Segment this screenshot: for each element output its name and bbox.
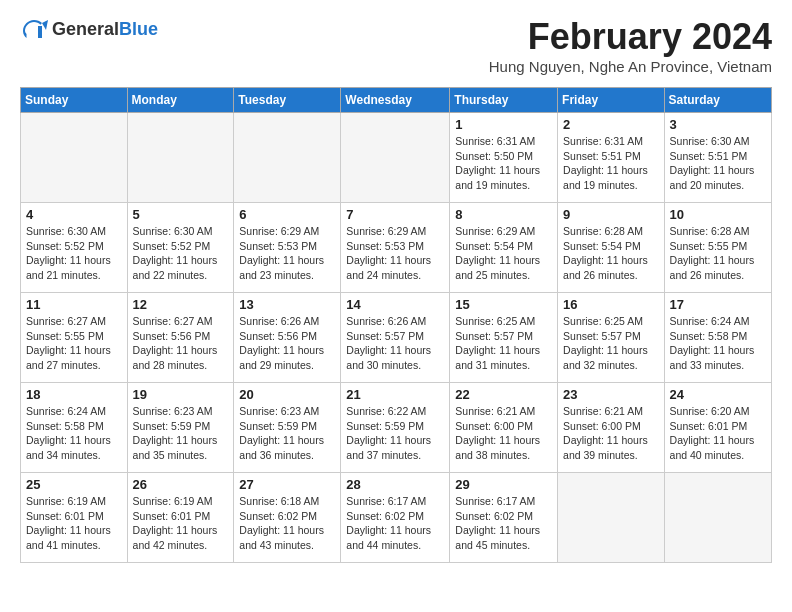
calendar-cell xyxy=(664,473,771,563)
calendar-cell xyxy=(127,113,234,203)
calendar-cell: 29Sunrise: 6:17 AM Sunset: 6:02 PM Dayli… xyxy=(450,473,558,563)
day-number: 12 xyxy=(133,297,229,312)
calendar-cell: 15Sunrise: 6:25 AM Sunset: 5:57 PM Dayli… xyxy=(450,293,558,383)
day-number: 4 xyxy=(26,207,122,222)
calendar-cell: 5Sunrise: 6:30 AM Sunset: 5:52 PM Daylig… xyxy=(127,203,234,293)
day-number: 29 xyxy=(455,477,552,492)
day-info: Sunrise: 6:25 AM Sunset: 5:57 PM Dayligh… xyxy=(563,314,659,373)
calendar-cell: 8Sunrise: 6:29 AM Sunset: 5:54 PM Daylig… xyxy=(450,203,558,293)
day-number: 11 xyxy=(26,297,122,312)
calendar-cell: 4Sunrise: 6:30 AM Sunset: 5:52 PM Daylig… xyxy=(21,203,128,293)
day-info: Sunrise: 6:31 AM Sunset: 5:50 PM Dayligh… xyxy=(455,134,552,193)
calendar-week-5: 25Sunrise: 6:19 AM Sunset: 6:01 PM Dayli… xyxy=(21,473,772,563)
calendar-week-3: 11Sunrise: 6:27 AM Sunset: 5:55 PM Dayli… xyxy=(21,293,772,383)
day-number: 23 xyxy=(563,387,659,402)
calendar-week-1: 1Sunrise: 6:31 AM Sunset: 5:50 PM Daylig… xyxy=(21,113,772,203)
calendar-cell: 20Sunrise: 6:23 AM Sunset: 5:59 PM Dayli… xyxy=(234,383,341,473)
day-number: 21 xyxy=(346,387,444,402)
day-info: Sunrise: 6:30 AM Sunset: 5:51 PM Dayligh… xyxy=(670,134,766,193)
calendar-cell xyxy=(341,113,450,203)
calendar-week-2: 4Sunrise: 6:30 AM Sunset: 5:52 PM Daylig… xyxy=(21,203,772,293)
day-info: Sunrise: 6:28 AM Sunset: 5:55 PM Dayligh… xyxy=(670,224,766,283)
day-number: 7 xyxy=(346,207,444,222)
day-number: 8 xyxy=(455,207,552,222)
day-info: Sunrise: 6:31 AM Sunset: 5:51 PM Dayligh… xyxy=(563,134,659,193)
day-number: 28 xyxy=(346,477,444,492)
day-number: 14 xyxy=(346,297,444,312)
day-number: 16 xyxy=(563,297,659,312)
day-number: 26 xyxy=(133,477,229,492)
day-number: 9 xyxy=(563,207,659,222)
day-number: 25 xyxy=(26,477,122,492)
calendar-week-4: 18Sunrise: 6:24 AM Sunset: 5:58 PM Dayli… xyxy=(21,383,772,473)
weekday-header-wednesday: Wednesday xyxy=(341,88,450,113)
day-info: Sunrise: 6:27 AM Sunset: 5:56 PM Dayligh… xyxy=(133,314,229,373)
calendar-cell: 16Sunrise: 6:25 AM Sunset: 5:57 PM Dayli… xyxy=(558,293,665,383)
day-info: Sunrise: 6:27 AM Sunset: 5:55 PM Dayligh… xyxy=(26,314,122,373)
day-number: 6 xyxy=(239,207,335,222)
day-info: Sunrise: 6:24 AM Sunset: 5:58 PM Dayligh… xyxy=(670,314,766,373)
day-info: Sunrise: 6:29 AM Sunset: 5:53 PM Dayligh… xyxy=(346,224,444,283)
calendar-cell: 7Sunrise: 6:29 AM Sunset: 5:53 PM Daylig… xyxy=(341,203,450,293)
calendar-cell: 2Sunrise: 6:31 AM Sunset: 5:51 PM Daylig… xyxy=(558,113,665,203)
day-number: 10 xyxy=(670,207,766,222)
day-number: 13 xyxy=(239,297,335,312)
day-number: 2 xyxy=(563,117,659,132)
day-info: Sunrise: 6:17 AM Sunset: 6:02 PM Dayligh… xyxy=(455,494,552,553)
weekday-header-sunday: Sunday xyxy=(21,88,128,113)
day-number: 24 xyxy=(670,387,766,402)
calendar-cell: 18Sunrise: 6:24 AM Sunset: 5:58 PM Dayli… xyxy=(21,383,128,473)
day-info: Sunrise: 6:23 AM Sunset: 5:59 PM Dayligh… xyxy=(239,404,335,463)
calendar-cell: 21Sunrise: 6:22 AM Sunset: 5:59 PM Dayli… xyxy=(341,383,450,473)
day-info: Sunrise: 6:30 AM Sunset: 5:52 PM Dayligh… xyxy=(133,224,229,283)
calendar-cell: 10Sunrise: 6:28 AM Sunset: 5:55 PM Dayli… xyxy=(664,203,771,293)
calendar-cell: 6Sunrise: 6:29 AM Sunset: 5:53 PM Daylig… xyxy=(234,203,341,293)
day-number: 5 xyxy=(133,207,229,222)
day-info: Sunrise: 6:22 AM Sunset: 5:59 PM Dayligh… xyxy=(346,404,444,463)
weekday-header-monday: Monday xyxy=(127,88,234,113)
calendar-cell: 26Sunrise: 6:19 AM Sunset: 6:01 PM Dayli… xyxy=(127,473,234,563)
calendar-cell: 14Sunrise: 6:26 AM Sunset: 5:57 PM Dayli… xyxy=(341,293,450,383)
day-info: Sunrise: 6:19 AM Sunset: 6:01 PM Dayligh… xyxy=(26,494,122,553)
day-info: Sunrise: 6:21 AM Sunset: 6:00 PM Dayligh… xyxy=(563,404,659,463)
calendar-cell: 3Sunrise: 6:30 AM Sunset: 5:51 PM Daylig… xyxy=(664,113,771,203)
day-info: Sunrise: 6:19 AM Sunset: 6:01 PM Dayligh… xyxy=(133,494,229,553)
calendar-cell: 9Sunrise: 6:28 AM Sunset: 5:54 PM Daylig… xyxy=(558,203,665,293)
day-number: 18 xyxy=(26,387,122,402)
day-number: 17 xyxy=(670,297,766,312)
calendar-cell: 22Sunrise: 6:21 AM Sunset: 6:00 PM Dayli… xyxy=(450,383,558,473)
calendar-cell: 12Sunrise: 6:27 AM Sunset: 5:56 PM Dayli… xyxy=(127,293,234,383)
day-info: Sunrise: 6:24 AM Sunset: 5:58 PM Dayligh… xyxy=(26,404,122,463)
day-number: 3 xyxy=(670,117,766,132)
logo-icon xyxy=(20,16,48,44)
weekday-header-row: SundayMondayTuesdayWednesdayThursdayFrid… xyxy=(21,88,772,113)
day-number: 27 xyxy=(239,477,335,492)
weekday-header-tuesday: Tuesday xyxy=(234,88,341,113)
day-info: Sunrise: 6:18 AM Sunset: 6:02 PM Dayligh… xyxy=(239,494,335,553)
day-info: Sunrise: 6:29 AM Sunset: 5:54 PM Dayligh… xyxy=(455,224,552,283)
page-header: GeneralBlue February 2024 Hung Nguyen, N… xyxy=(20,16,772,83)
calendar-cell: 19Sunrise: 6:23 AM Sunset: 5:59 PM Dayli… xyxy=(127,383,234,473)
weekday-header-saturday: Saturday xyxy=(664,88,771,113)
calendar-cell: 1Sunrise: 6:31 AM Sunset: 5:50 PM Daylig… xyxy=(450,113,558,203)
day-info: Sunrise: 6:26 AM Sunset: 5:56 PM Dayligh… xyxy=(239,314,335,373)
day-info: Sunrise: 6:20 AM Sunset: 6:01 PM Dayligh… xyxy=(670,404,766,463)
day-number: 22 xyxy=(455,387,552,402)
calendar-cell: 23Sunrise: 6:21 AM Sunset: 6:00 PM Dayli… xyxy=(558,383,665,473)
calendar-cell xyxy=(234,113,341,203)
month-location: February 2024 Hung Nguyen, Nghe An Provi… xyxy=(489,16,772,83)
calendar-cell xyxy=(21,113,128,203)
day-info: Sunrise: 6:26 AM Sunset: 5:57 PM Dayligh… xyxy=(346,314,444,373)
logo: GeneralBlue xyxy=(20,16,158,44)
day-info: Sunrise: 6:21 AM Sunset: 6:00 PM Dayligh… xyxy=(455,404,552,463)
month-title: February 2024 xyxy=(489,16,772,58)
calendar-cell: 24Sunrise: 6:20 AM Sunset: 6:01 PM Dayli… xyxy=(664,383,771,473)
day-number: 20 xyxy=(239,387,335,402)
weekday-header-friday: Friday xyxy=(558,88,665,113)
calendar-cell xyxy=(558,473,665,563)
calendar-table: SundayMondayTuesdayWednesdayThursdayFrid… xyxy=(20,87,772,563)
day-number: 1 xyxy=(455,117,552,132)
calendar-cell: 17Sunrise: 6:24 AM Sunset: 5:58 PM Dayli… xyxy=(664,293,771,383)
day-info: Sunrise: 6:29 AM Sunset: 5:53 PM Dayligh… xyxy=(239,224,335,283)
weekday-header-thursday: Thursday xyxy=(450,88,558,113)
